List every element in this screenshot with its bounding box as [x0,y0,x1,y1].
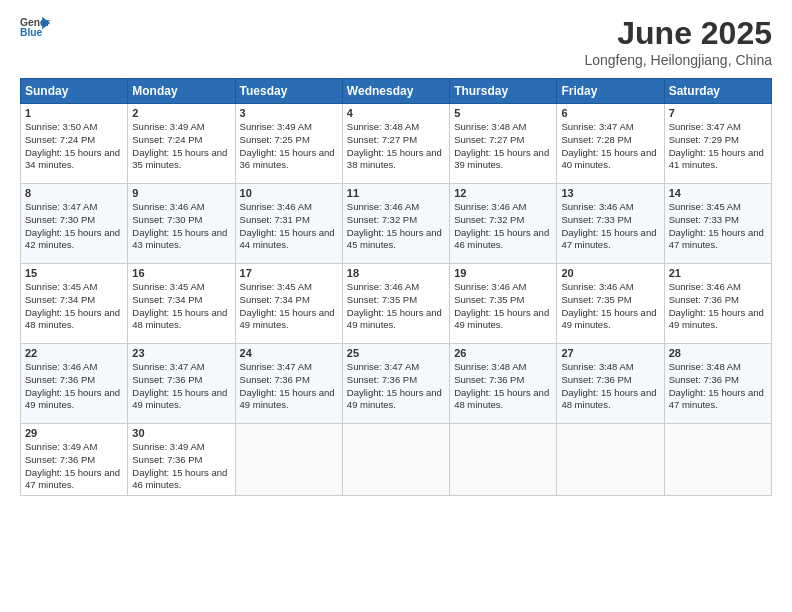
day-12: 12 Sunrise: 3:46 AMSunset: 7:32 PMDaylig… [450,184,557,264]
empty-cell-5 [664,424,771,496]
week-row-4: 22 Sunrise: 3:46 AMSunset: 7:36 PMDaylig… [21,344,772,424]
day-28: 28 Sunrise: 3:48 AMSunset: 7:36 PMDaylig… [664,344,771,424]
logo: General Blue [20,15,50,39]
day-10: 10 Sunrise: 3:46 AMSunset: 7:31 PMDaylig… [235,184,342,264]
header-sunday: Sunday [21,79,128,104]
week-row-3: 15 Sunrise: 3:45 AMSunset: 7:34 PMDaylig… [21,264,772,344]
day-1: 1 Sunrise: 3:50 AMSunset: 7:24 PMDayligh… [21,104,128,184]
empty-cell-2 [342,424,449,496]
location: Longfeng, Heilongjiang, China [584,52,772,68]
header-friday: Friday [557,79,664,104]
day-23: 23 Sunrise: 3:47 AMSunset: 7:36 PMDaylig… [128,344,235,424]
day-30: 30 Sunrise: 3:49 AMSunset: 7:36 PMDaylig… [128,424,235,496]
week-row-2: 8 Sunrise: 3:47 AMSunset: 7:30 PMDayligh… [21,184,772,264]
empty-cell-3 [450,424,557,496]
header: General Blue June 2025 Longfeng, Heilong… [20,15,772,68]
header-thursday: Thursday [450,79,557,104]
day-9: 9 Sunrise: 3:46 AMSunset: 7:30 PMDayligh… [128,184,235,264]
calendar: Sunday Monday Tuesday Wednesday Thursday… [20,78,772,496]
day-22: 22 Sunrise: 3:46 AMSunset: 7:36 PMDaylig… [21,344,128,424]
generalblue-logo-icon: General Blue [20,15,50,39]
header-saturday: Saturday [664,79,771,104]
day-18: 18 Sunrise: 3:46 AMSunset: 7:35 PMDaylig… [342,264,449,344]
day-13: 13 Sunrise: 3:46 AMSunset: 7:33 PMDaylig… [557,184,664,264]
day-25: 25 Sunrise: 3:47 AMSunset: 7:36 PMDaylig… [342,344,449,424]
month-year: June 2025 [584,15,772,52]
title-block: June 2025 Longfeng, Heilongjiang, China [584,15,772,68]
page: General Blue June 2025 Longfeng, Heilong… [0,0,792,612]
day-5: 5 Sunrise: 3:48 AMSunset: 7:27 PMDayligh… [450,104,557,184]
svg-text:Blue: Blue [20,27,43,38]
day-29: 29 Sunrise: 3:49 AMSunset: 7:36 PMDaylig… [21,424,128,496]
header-tuesday: Tuesday [235,79,342,104]
day-3: 3 Sunrise: 3:49 AMSunset: 7:25 PMDayligh… [235,104,342,184]
day-4: 4 Sunrise: 3:48 AMSunset: 7:27 PMDayligh… [342,104,449,184]
calendar-header-row: Sunday Monday Tuesday Wednesday Thursday… [21,79,772,104]
day-19: 19 Sunrise: 3:46 AMSunset: 7:35 PMDaylig… [450,264,557,344]
day-8: 8 Sunrise: 3:47 AMSunset: 7:30 PMDayligh… [21,184,128,264]
day-15: 15 Sunrise: 3:45 AMSunset: 7:34 PMDaylig… [21,264,128,344]
day-11: 11 Sunrise: 3:46 AMSunset: 7:32 PMDaylig… [342,184,449,264]
day-26: 26 Sunrise: 3:48 AMSunset: 7:36 PMDaylig… [450,344,557,424]
day-24: 24 Sunrise: 3:47 AMSunset: 7:36 PMDaylig… [235,344,342,424]
day-7: 7 Sunrise: 3:47 AMSunset: 7:29 PMDayligh… [664,104,771,184]
week-row-5: 29 Sunrise: 3:49 AMSunset: 7:36 PMDaylig… [21,424,772,496]
day-14: 14 Sunrise: 3:45 AMSunset: 7:33 PMDaylig… [664,184,771,264]
header-monday: Monday [128,79,235,104]
day-21: 21 Sunrise: 3:46 AMSunset: 7:36 PMDaylig… [664,264,771,344]
day-20: 20 Sunrise: 3:46 AMSunset: 7:35 PMDaylig… [557,264,664,344]
day-16: 16 Sunrise: 3:45 AMSunset: 7:34 PMDaylig… [128,264,235,344]
week-row-1: 1 Sunrise: 3:50 AMSunset: 7:24 PMDayligh… [21,104,772,184]
day-17: 17 Sunrise: 3:45 AMSunset: 7:34 PMDaylig… [235,264,342,344]
empty-cell-4 [557,424,664,496]
day-27: 27 Sunrise: 3:48 AMSunset: 7:36 PMDaylig… [557,344,664,424]
day-2: 2 Sunrise: 3:49 AMSunset: 7:24 PMDayligh… [128,104,235,184]
day-6: 6 Sunrise: 3:47 AMSunset: 7:28 PMDayligh… [557,104,664,184]
header-wednesday: Wednesday [342,79,449,104]
empty-cell-1 [235,424,342,496]
